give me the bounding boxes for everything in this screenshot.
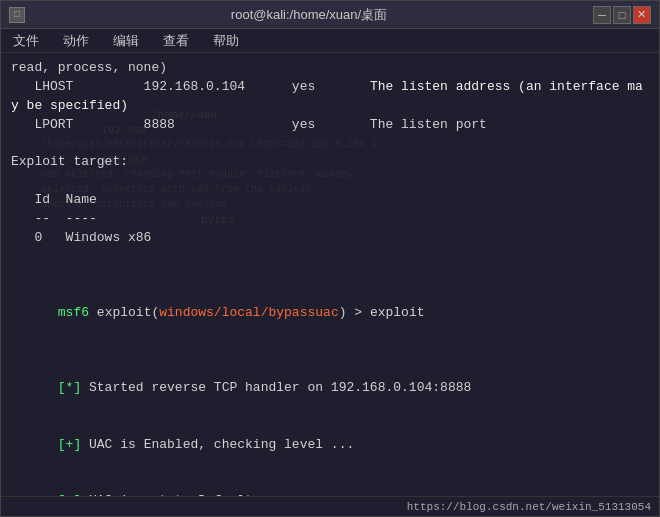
line-uac-enabled: [+] UAC is Enabled, checking level ... [11,417,649,474]
menu-file[interactable]: 文件 [9,30,43,52]
prompt-exploit-path: windows/local/bypassuac [159,305,338,320]
line-uac-default: [+] UAC is set to Default [11,474,649,496]
maximize-button[interactable]: □ [613,6,631,24]
window-controls[interactable]: ─ □ ✕ [593,6,651,24]
line-lport: LPORT 8888 yes The listen port [11,116,649,135]
watermark-url: https://blog.csdn.net/weixin_51313054 [407,501,651,513]
line-blank-5 [11,342,649,361]
menu-help[interactable]: 帮助 [209,30,243,52]
line-blank-4 [11,266,649,285]
menu-bar: 文件 动作 编辑 查看 帮助 [1,29,659,53]
close-button[interactable]: ✕ [633,6,651,24]
line-1: read, process, none) [11,59,649,78]
window-title: root@kali:/home/xuan/桌面 [231,6,387,24]
title-bar: □ root@kali:/home/xuan/桌面 ─ □ ✕ [1,1,659,29]
window-icon: □ [9,7,25,23]
plus-2: [+] [58,493,81,496]
prompt-msf6: msf6 [58,305,97,320]
prompt-close: ) > exploit [339,305,425,320]
title-bar-left: □ [9,7,25,23]
plus-1: [+] [58,437,81,452]
line-tcp-handler: [*] Started reverse TCP handler on 192.1… [11,361,649,418]
line-blank-2 [11,172,649,191]
bottom-bar: https://blog.csdn.net/weixin_51313054 [1,496,659,516]
line-windows-x86: 0 Windows x86 [11,229,649,248]
line-lhost: LHOST 192.168.0.104 yes The listen addre… [11,78,649,116]
star-1: [*] [58,380,81,395]
minimize-button[interactable]: ─ [593,6,611,24]
prompt-exploit-word: exploit( [97,305,159,320]
line-blank-1 [11,134,649,153]
terminal-window: □ root@kali:/home/xuan/桌面 ─ □ ✕ 文件 动作 编辑… [0,0,660,517]
line-dashes: -- ---- [11,210,649,229]
menu-edit[interactable]: 编辑 [109,30,143,52]
window-icon-symbol: □ [14,9,20,20]
terminal-output[interactable]: /home/xuan 192.0se /home/xuan/Meterprete… [1,53,659,496]
line-prompt: msf6 exploit(windows/local/bypassuac) > … [11,285,649,342]
line-exploit-target: Exploit target: [11,153,649,172]
line-blank-3 [11,247,649,266]
line-id-name: Id Name [11,191,649,210]
menu-action[interactable]: 动作 [59,30,93,52]
menu-view[interactable]: 查看 [159,30,193,52]
